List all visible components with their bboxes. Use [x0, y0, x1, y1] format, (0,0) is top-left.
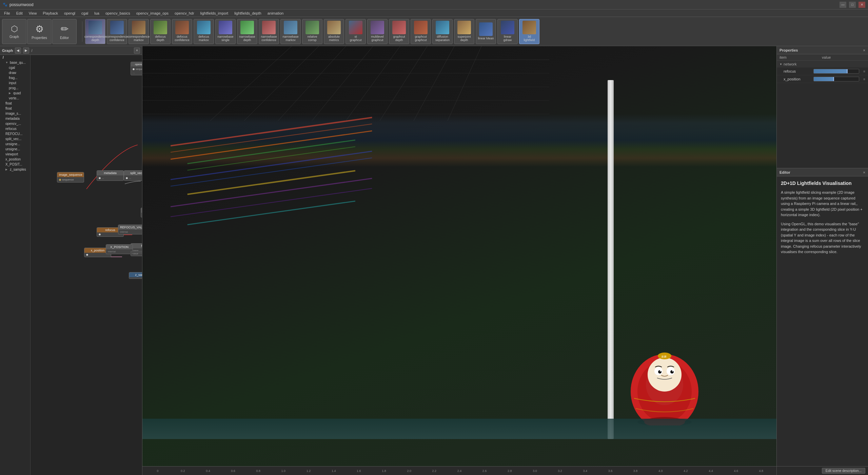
menu-opengl[interactable]: opengl — [61, 11, 78, 16]
timeline-mark-42: 4.2 — [673, 469, 698, 473]
toolbar-correspondence-markov[interactable]: correspondencemarkov — [129, 19, 149, 44]
menu-animation[interactable]: animation — [265, 11, 287, 16]
graph-label: Graph — [9, 35, 19, 39]
toolbar-graphcut-depth[interactable]: graphcutdepth — [389, 19, 409, 44]
tree-item-base_qu[interactable]: ▼ base_qu... — [0, 60, 30, 65]
tree-item-unsigne1[interactable]: unsigne... — [0, 141, 30, 147]
edit-scene-button[interactable]: Edit scene description... — [822, 468, 865, 474]
toolbar-correspondence-confidence[interactable]: correspondenceconfidence — [107, 19, 127, 44]
properties-button[interactable]: ⚙ Properties — [27, 19, 52, 44]
svg-line-0 — [278, 46, 346, 121]
menu-lightfields-import[interactable]: lightfields_import — [198, 11, 231, 16]
editor-icon: ✏ — [61, 23, 68, 35]
node-split-vec2i-header: split_vec2i — [124, 171, 142, 175]
tree-item-z_samples[interactable]: ▶ z_samples — [0, 167, 30, 172]
tree-item-viewport[interactable]: viewport — [0, 152, 30, 157]
tree-label-verte: verte... — [9, 96, 19, 100]
node-refocus-value[interactable]: REFOCUS_VALUE internal — [118, 225, 142, 234]
close-graph-button[interactable]: × — [134, 48, 140, 54]
menu-playback[interactable]: Playback — [40, 11, 61, 16]
prop-menu-x-position[interactable]: ≡ — [863, 77, 865, 81]
port-dot-yellow — [59, 179, 61, 181]
nav-forward-button[interactable]: ▶ — [23, 48, 29, 54]
tree-item-float2[interactable]: float — [0, 106, 30, 111]
tree-item-draw[interactable]: draw — [0, 70, 30, 75]
node-float2[interactable]: float — [131, 251, 142, 253]
graph-button[interactable]: ⬡ Graph — [2, 19, 26, 44]
toolbar-defocus-markov[interactable]: defocusmarkov — [194, 19, 214, 44]
nav-back-button[interactable]: ◀ — [15, 48, 21, 54]
node-opencv-texture-sequence[interactable]: opencv_texture_sequence sequence ... — [131, 62, 142, 75]
tree-label-REFOCU: REFOCU... — [5, 132, 23, 136]
toolbar-diffusion-separation[interactable]: diffusionseparation — [432, 19, 453, 44]
tree-root[interactable]: / — [0, 55, 30, 60]
close-button[interactable]: ✕ — [859, 2, 865, 8]
toolbar-st-graphcut[interactable]: stgraphcut — [346, 19, 366, 44]
toolbar-correspondence-depth[interactable]: correspondencedepth — [85, 19, 105, 44]
menu-view[interactable]: View — [26, 11, 40, 16]
prop-slider-x-position[interactable] — [813, 77, 859, 81]
toolbar-absolute-metrics[interactable]: absolutemetrics — [324, 19, 344, 44]
tree-item-verte[interactable]: verte... — [0, 96, 30, 101]
tree-item-refocus[interactable]: refocus — [0, 126, 30, 131]
viewport-area[interactable]: 達磨 — [142, 46, 776, 466]
tree-item-prog[interactable]: prog... — [0, 86, 30, 91]
node-viewport[interactable]: viewport ... — [141, 208, 142, 217]
diffusion-separation-label: diffusionseparation — [435, 35, 450, 42]
graph-canvas[interactable]: opencv_texture_sequence sequence ... ima… — [31, 55, 142, 475]
toolbar-defocus-depth[interactable]: defocusdepth — [150, 19, 171, 44]
tree-item-quad[interactable]: ▶ quad — [0, 91, 30, 96]
prop-menu-refocus[interactable]: ≡ — [863, 70, 865, 73]
timeline-mark-48: 4.8 — [749, 469, 774, 473]
tree-item-float1[interactable]: float — [0, 101, 30, 106]
tree-item-input[interactable]: input — [0, 80, 30, 86]
toolbar-superjoint-depth[interactable]: superjointdepth — [454, 19, 474, 44]
tree-item-X_POSIT[interactable]: X_POSIT... — [0, 162, 30, 167]
menu-cgal[interactable]: cgal — [79, 11, 91, 16]
maximize-button[interactable]: □ — [849, 2, 856, 8]
toolbar-multilevel-graphcut[interactable]: multilevelgraphcut — [367, 19, 388, 44]
tree-item-unsigne2[interactable]: unsigne... — [0, 147, 30, 152]
prop-slider-fill-refocus — [814, 69, 848, 73]
tree-item-cgal[interactable]: cgal — [0, 65, 30, 70]
menu-lightfields-depth[interactable]: lightfields_depth — [232, 11, 264, 16]
menu-opencv-basics[interactable]: opencv_basics — [103, 11, 133, 16]
tree-item-frag[interactable]: frag... — [0, 75, 30, 80]
toolbar-narrowbase-depth[interactable]: narrowbasedepth — [237, 19, 257, 44]
tree-item-REFOCU[interactable]: REFOCU... — [0, 131, 30, 136]
network-header[interactable]: ▼ network — [777, 61, 868, 68]
node-z-samples[interactable]: z_samples — [129, 272, 142, 279]
toolbar-narrowbase-single[interactable]: narrowbasesingle — [215, 19, 236, 44]
grid-svg — [142, 46, 776, 121]
tree-item-opencv[interactable]: opencv_... — [0, 121, 30, 126]
menu-opencv-image-ops[interactable]: opencv_image_ops — [134, 11, 171, 16]
toolbar-defocus-confidence[interactable]: defocusconfidence — [172, 19, 192, 44]
menu-edit[interactable]: Edit — [14, 11, 25, 16]
menu-lua[interactable]: lua — [92, 11, 102, 16]
properties-close-button[interactable]: × — [863, 48, 865, 52]
toolbar-3d-lightfield[interactable]: 3dlightfield — [519, 19, 539, 44]
node-X-position[interactable]: X_POSITION internal — [106, 244, 133, 254]
menu-opencv-hdr[interactable]: opencv_hdr — [172, 11, 197, 16]
menu-file[interactable]: File — [1, 11, 13, 16]
node-metadata[interactable]: metadata ... — [97, 170, 124, 181]
prop-slider-refocus[interactable] — [813, 69, 859, 74]
toolbar-narrowbase-markov[interactable]: narrowbasemarkov — [280, 19, 301, 44]
node-z-samples-header: z_samples — [129, 272, 142, 277]
tree-item-image_s[interactable]: image_s... — [0, 111, 30, 116]
tree-item-metadata[interactable]: metadata — [0, 116, 30, 121]
node-image-sequence[interactable]: image_sequence sequence — [57, 172, 84, 183]
node-split-vec2i[interactable]: split_vec2i ... — [124, 170, 142, 181]
properties-panel: Properties × item value ▼ network refo — [777, 46, 868, 168]
editor-close-button[interactable]: × — [863, 170, 865, 174]
editor-button[interactable]: ✏ Editor — [52, 19, 77, 44]
tree-item-split_vec[interactable]: split_vec... — [0, 136, 30, 141]
toolbar: ⬡ Graph ⚙ Properties ✏ Editor correspond… — [0, 17, 868, 46]
minimize-button[interactable]: — — [840, 2, 846, 8]
toolbar-linear-mean[interactable]: linear Mean — [476, 19, 496, 44]
toolbar-relative-corrsp[interactable]: relativecorrsp — [302, 19, 322, 44]
toolbar-graphcut-graphcut[interactable]: graphcutgraphcut — [411, 19, 431, 44]
toolbar-linear-gdraw[interactable]: lineargdraw — [497, 19, 518, 44]
toolbar-narrowbase-confidence[interactable]: narrowbaseconfidence — [259, 19, 279, 44]
tree-item-x_position[interactable]: x_position — [0, 157, 30, 162]
